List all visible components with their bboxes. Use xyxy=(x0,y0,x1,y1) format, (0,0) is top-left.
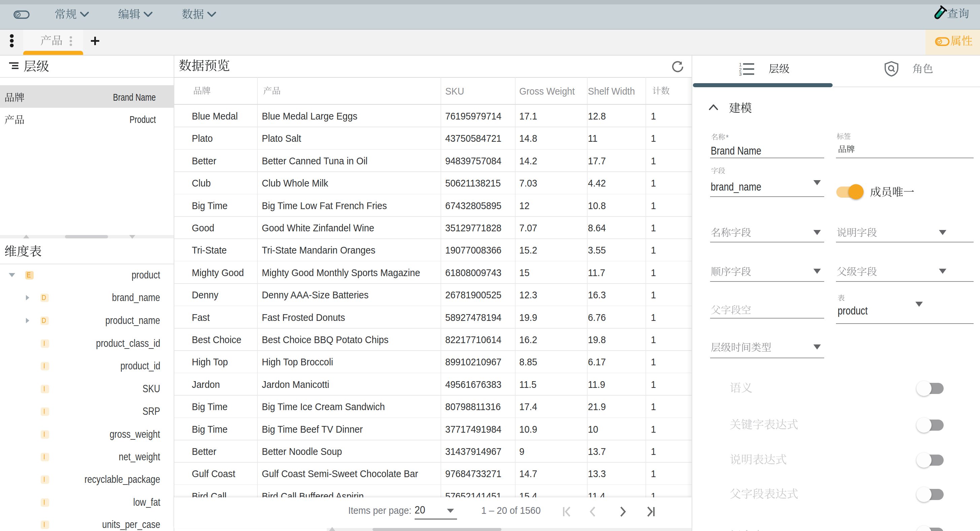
svg-text:3: 3 xyxy=(739,72,742,76)
svg-text:1: 1 xyxy=(739,62,742,67)
